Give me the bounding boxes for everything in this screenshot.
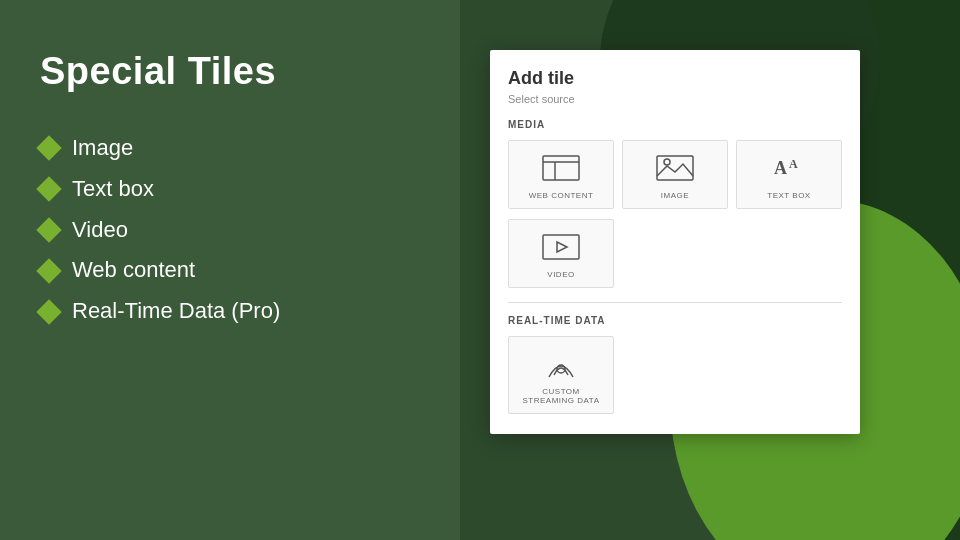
list-item-label: Real-Time Data (Pro) — [72, 296, 280, 327]
video-label: VIDEO — [547, 270, 574, 279]
list-item-label: Image — [72, 133, 133, 164]
media-item-web-content[interactable]: WEB CONTENT — [508, 140, 614, 209]
video-icon — [541, 232, 581, 262]
bullet-diamond-icon — [36, 176, 61, 201]
dialog-title: Add tile — [508, 68, 842, 89]
textbox-label: TEXT BOX — [767, 191, 810, 200]
bullet-list: Image Text box Video Web content Real-Ti… — [40, 133, 460, 327]
image-label: IMAGE — [661, 191, 689, 200]
svg-point-4 — [664, 159, 670, 165]
bullet-diamond-icon — [36, 258, 61, 283]
realtime-section-label: REAL-TIME DATA — [508, 315, 842, 326]
media-section-label: MEDIA — [508, 119, 842, 130]
left-panel: Special Tiles Image Text box Video Web c… — [40, 40, 460, 337]
content-area: Special Tiles Image Text box Video Web c… — [0, 0, 960, 540]
svg-rect-0 — [543, 156, 579, 180]
image-icon — [655, 153, 695, 183]
section-divider — [508, 302, 842, 303]
realtime-grid: CUSTOM STREAMING DATA — [508, 336, 842, 414]
list-item: Image — [40, 133, 460, 164]
bullet-diamond-icon — [36, 136, 61, 161]
bullet-diamond-icon — [36, 217, 61, 242]
list-item-label: Text box — [72, 174, 154, 205]
list-item-label: Video — [72, 215, 128, 246]
svg-text:A: A — [774, 158, 787, 178]
svg-rect-7 — [543, 235, 579, 259]
add-tile-dialog: Add tile Select source MEDIA WEB CONTENT — [490, 50, 860, 434]
list-item: Text box — [40, 174, 460, 205]
page-title: Special Tiles — [40, 50, 460, 93]
svg-marker-8 — [557, 242, 567, 252]
realtime-section: REAL-TIME DATA CUSTOM STREAMING DATA — [508, 315, 842, 414]
textbox-icon: A A — [769, 153, 809, 183]
list-item: Web content — [40, 255, 460, 286]
list-item: Real-Time Data (Pro) — [40, 296, 460, 327]
bullet-diamond-icon — [36, 299, 61, 324]
video-row: VIDEO — [508, 219, 842, 288]
dialog-subtitle: Select source — [508, 93, 842, 105]
list-item: Video — [40, 215, 460, 246]
media-grid: WEB CONTENT IMAGE A A — [508, 140, 842, 209]
media-item-streaming[interactable]: CUSTOM STREAMING DATA — [508, 336, 614, 414]
streaming-label: CUSTOM STREAMING DATA — [523, 387, 600, 405]
media-item-textbox[interactable]: A A TEXT BOX — [736, 140, 842, 209]
media-item-video[interactable]: VIDEO — [508, 219, 614, 288]
svg-text:A: A — [789, 157, 798, 171]
web-content-icon — [541, 153, 581, 183]
streaming-icon — [541, 349, 581, 379]
list-item-label: Web content — [72, 255, 195, 286]
svg-rect-3 — [657, 156, 693, 180]
web-content-label: WEB CONTENT — [529, 191, 594, 200]
media-item-image[interactable]: IMAGE — [622, 140, 728, 209]
